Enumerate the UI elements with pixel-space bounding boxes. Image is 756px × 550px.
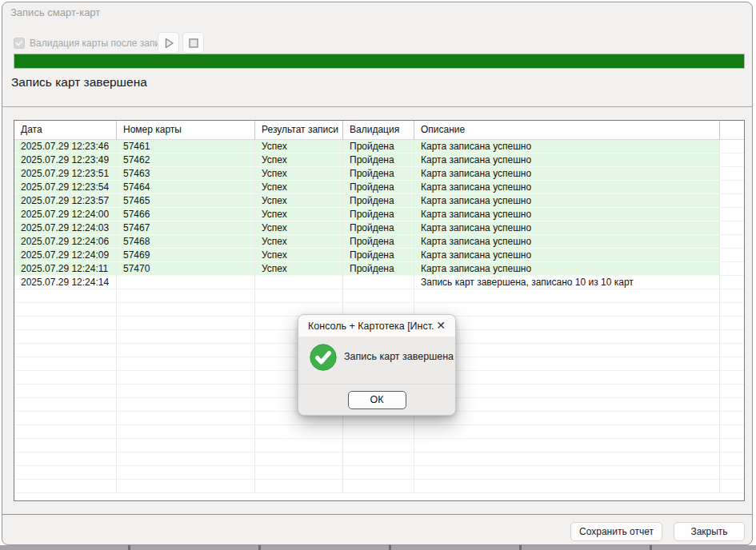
table-cell xyxy=(117,480,255,493)
table-cell xyxy=(414,371,720,385)
column-header-description[interactable]: Описание xyxy=(414,121,720,140)
table-cell xyxy=(14,303,117,317)
play-icon xyxy=(162,37,175,50)
table-cell: Пройдена xyxy=(343,208,414,221)
table-cell: Пройдена xyxy=(343,221,414,235)
table-cell: Карта записана успешно xyxy=(414,181,720,194)
taskbar-strip xyxy=(0,545,756,550)
table-cell: 57461 xyxy=(117,140,255,153)
table-cell xyxy=(414,480,720,493)
dialog-message: Запись карт завершена xyxy=(344,351,454,362)
table-cell xyxy=(414,398,720,412)
validation-checkbox[interactable] xyxy=(14,38,25,49)
table-cell xyxy=(14,398,117,412)
table-cell xyxy=(14,439,117,452)
dialog-title: Консоль + Картотека [Инст... xyxy=(308,321,434,332)
table-cell: 57464 xyxy=(117,181,255,194)
success-check-icon xyxy=(310,344,337,371)
table-cell: 57466 xyxy=(117,208,255,221)
table-cell xyxy=(255,452,343,466)
progress-fill xyxy=(14,54,744,68)
table-cell xyxy=(117,303,255,317)
stop-write-button[interactable] xyxy=(182,32,204,54)
table-cell xyxy=(343,276,414,289)
table-cell: 2025.07.29 12:24:11 xyxy=(14,262,117,276)
table-row[interactable]: 2025.07.29 12:24:0657468УспехПройденаКар… xyxy=(14,235,744,249)
table-row[interactable]: 2025.07.29 12:23:5757465УспехПройденаКар… xyxy=(14,194,744,208)
column-header-write-result[interactable]: Результат записи xyxy=(255,121,343,140)
table-cell: 2025.07.29 12:23:51 xyxy=(14,167,117,181)
save-report-button[interactable]: Сохранить отчет xyxy=(570,522,662,541)
column-header-validation[interactable]: Валидация xyxy=(343,121,414,140)
table-row[interactable]: 2025.07.29 12:23:5157463УспехПройденаКар… xyxy=(14,167,744,181)
table-cell-filler xyxy=(720,153,744,167)
table-cell xyxy=(414,344,720,357)
table-cell xyxy=(343,425,414,439)
table-empty-row xyxy=(14,439,744,452)
table-cell: Успех xyxy=(255,167,343,181)
table-row[interactable]: 2025.07.29 12:24:0957469УспехПройденаКар… xyxy=(14,249,744,262)
table-row[interactable]: 2025.07.29 12:23:5457464УспехПройденаКар… xyxy=(14,181,744,194)
column-header-date[interactable]: Дата xyxy=(14,121,117,140)
stop-icon xyxy=(187,37,200,50)
table-cell-filler xyxy=(720,208,744,221)
table-empty-row xyxy=(14,480,744,493)
table-cell: Успех xyxy=(255,181,343,194)
table-cell: Карта записана успешно xyxy=(414,167,720,181)
table-cell: Пройдена xyxy=(343,235,414,249)
table-cell: Успех xyxy=(255,194,343,208)
table-cell-filler xyxy=(720,398,744,412)
table-empty-row xyxy=(14,425,744,439)
table-row[interactable]: 2025.07.29 12:23:4957462УспехПройденаКар… xyxy=(14,153,744,167)
table-cell: 57467 xyxy=(117,221,255,235)
table-row[interactable]: 2025.07.29 12:24:14Запись карт завершена… xyxy=(14,276,744,289)
table-cell: Карта записана успешно xyxy=(414,235,720,249)
table-empty-row xyxy=(14,289,744,303)
table-cell xyxy=(14,385,117,398)
table-row[interactable]: 2025.07.29 12:24:0057466УспехПройденаКар… xyxy=(14,208,744,221)
table-cell: 57468 xyxy=(117,235,255,249)
table-header-row: Дата Номер карты Результат записи Валида… xyxy=(14,121,744,140)
table-cell: Карта записана успешно xyxy=(414,208,720,221)
table-cell-filler xyxy=(720,303,744,317)
table-row[interactable]: 2025.07.29 12:24:0357467УспехПройденаКар… xyxy=(14,221,744,235)
table-cell xyxy=(14,480,117,493)
table-cell xyxy=(117,412,255,425)
start-write-button[interactable] xyxy=(158,32,179,54)
close-button[interactable]: Закрыть xyxy=(674,522,745,541)
table-cell: 2025.07.29 12:24:14 xyxy=(14,276,117,289)
column-header-card-number[interactable]: Номер карты xyxy=(117,121,255,140)
table-cell-filler xyxy=(720,357,744,371)
table-cell xyxy=(414,439,720,452)
checkmark-icon xyxy=(15,39,23,47)
write-log-table: Дата Номер карты Результат записи Валида… xyxy=(14,120,745,501)
table-cell: Карта записана успешно xyxy=(414,194,720,208)
table-cell-filler xyxy=(720,289,744,303)
table-cell xyxy=(14,412,117,425)
ok-button[interactable]: ОК xyxy=(348,391,406,409)
table-cell xyxy=(414,412,720,425)
table-cell-filler xyxy=(720,262,744,276)
table-cell xyxy=(343,480,414,493)
table-cell: Успех xyxy=(255,140,343,153)
table-cell xyxy=(343,439,414,452)
table-cell xyxy=(117,371,255,385)
table-cell-filler xyxy=(720,425,744,439)
table-cell-filler xyxy=(720,385,744,398)
table-cell: Успех xyxy=(255,249,343,262)
table-cell: 2025.07.29 12:23:49 xyxy=(14,153,117,167)
table-cell: 2025.07.29 12:24:06 xyxy=(14,235,117,249)
table-cell xyxy=(117,466,255,480)
table-row[interactable]: 2025.07.29 12:24:1157470УспехПройденаКар… xyxy=(14,262,744,276)
table-row[interactable]: 2025.07.29 12:23:4657461УспехПройденаКар… xyxy=(14,140,744,153)
dialog-body: Запись карт завершена xyxy=(298,337,455,384)
table-cell: Пройдена xyxy=(343,181,414,194)
table-cell xyxy=(14,357,117,371)
table-cell xyxy=(117,425,255,439)
table-cell: Успех xyxy=(255,153,343,167)
close-icon[interactable]: ✕ xyxy=(434,315,447,337)
table-cell-filler xyxy=(720,167,744,181)
table-cell: 57465 xyxy=(117,194,255,208)
table-cell-filler xyxy=(720,235,744,249)
table-cell: 2025.07.29 12:24:03 xyxy=(14,221,117,235)
